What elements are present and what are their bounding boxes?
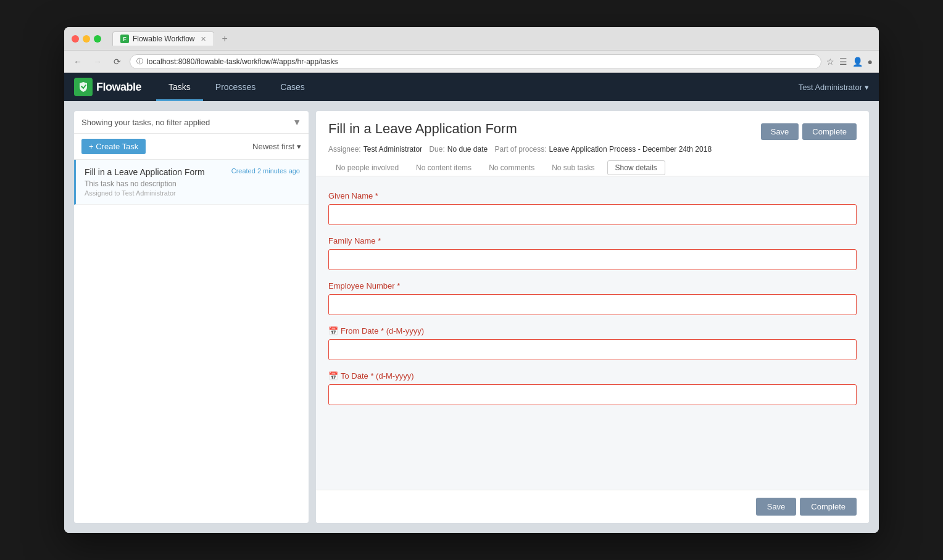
- panel-title: Fill in a Leave Application Form: [328, 121, 517, 137]
- due-value: No due date: [447, 145, 488, 154]
- new-tab-button[interactable]: +: [222, 33, 227, 44]
- family-name-group: Family Name *: [328, 236, 857, 270]
- assignee-value: Test Administrator: [363, 145, 422, 154]
- sort-label: Newest first: [252, 142, 294, 151]
- filter-icon[interactable]: ▼: [293, 117, 301, 127]
- task-title: Fill in a Leave Application Form: [85, 167, 205, 177]
- bookmark-icon[interactable]: ☆: [826, 57, 834, 67]
- form-area: Given Name * Family Name * Employee Numb…: [316, 176, 869, 490]
- process-value: Leave Application Process - December 24t…: [549, 145, 712, 154]
- due-label: Due:: [429, 145, 444, 154]
- from-date-input[interactable]: [328, 339, 857, 360]
- forward-button[interactable]: →: [90, 57, 105, 67]
- nav-label-processes: Processes: [215, 82, 255, 92]
- employee-number-label: Employee Number *: [328, 281, 857, 290]
- nav-user-caret: ▾: [865, 83, 869, 92]
- from-date-group: 📅 From Date * (d-M-yyyy): [328, 326, 857, 360]
- sidebar-filter-bar: Showing your tasks, no filter applied ▼: [74, 111, 309, 134]
- panel-title-row: Fill in a Leave Application Form Save Co…: [328, 121, 857, 140]
- family-name-label: Family Name *: [328, 236, 857, 245]
- task-time: Created 2 minutes ago: [231, 167, 300, 175]
- address-url: localhost:8080/flowable-task/workflow/#/…: [147, 57, 338, 66]
- nav-item-tasks[interactable]: Tasks: [156, 73, 203, 101]
- refresh-button[interactable]: ⟳: [110, 57, 125, 67]
- panel-footer: Save Complete: [316, 490, 869, 523]
- tab-favicon: F: [120, 35, 129, 43]
- panel-actions: Save Complete: [761, 123, 857, 140]
- browser-toolbar: ← → ⟳ ⓘ localhost:8080/flowable-task/wor…: [64, 51, 879, 73]
- sidebar: Showing your tasks, no filter applied ▼ …: [74, 111, 309, 523]
- given-name-label: Given Name *: [328, 191, 857, 200]
- task-assignee: Assigned to Test Administrator: [85, 189, 300, 197]
- tab-close-button[interactable]: ✕: [201, 35, 206, 43]
- nav-logo: Flowable: [74, 78, 141, 96]
- panel-meta: Assignee: Test Administrator Due: No due…: [328, 145, 857, 154]
- app-container: Flowable Tasks Processes Cases Test Admi…: [64, 73, 879, 533]
- process-label: Part of process:: [495, 145, 547, 154]
- tab-label: Flowable Workflow: [133, 35, 194, 43]
- from-date-label: 📅 From Date * (d-M-yyyy): [328, 326, 857, 336]
- maximize-traffic-light[interactable]: [94, 35, 101, 43]
- employee-number-group: Employee Number *: [328, 281, 857, 315]
- nav-user-label: Test Administrator: [799, 83, 862, 92]
- to-date-label: 📅 To Date * (d-M-yyyy): [328, 371, 857, 381]
- tab-content[interactable]: No content items: [409, 160, 479, 176]
- task-description: This task has no description: [85, 179, 300, 188]
- task-list: Fill in a Leave Application Form Created…: [74, 160, 309, 523]
- traffic-lights: [72, 35, 101, 43]
- calendar-icon-from: 📅: [328, 326, 338, 336]
- task-item-header: Fill in a Leave Application Form Created…: [85, 167, 300, 177]
- complete-button[interactable]: Complete: [802, 123, 857, 140]
- family-name-input[interactable]: [328, 249, 857, 270]
- browser-actions: ☆ ☰ 👤 ●: [826, 57, 873, 67]
- sort-caret-icon: ▾: [297, 142, 301, 151]
- main-layout: Showing your tasks, no filter applied ▼ …: [64, 101, 879, 533]
- user-icon[interactable]: 👤: [852, 57, 863, 67]
- footer-save-button[interactable]: Save: [756, 498, 797, 516]
- employee-number-input[interactable]: [328, 294, 857, 315]
- extension-icon[interactable]: ●: [868, 57, 873, 67]
- menu-icon[interactable]: ☰: [839, 57, 847, 67]
- back-button[interactable]: ←: [70, 57, 85, 67]
- task-item[interactable]: Fill in a Leave Application Form Created…: [74, 160, 309, 205]
- browser-tab[interactable]: F Flowable Workflow ✕: [112, 31, 214, 46]
- sort-dropdown[interactable]: Newest first ▾: [252, 142, 301, 151]
- logo-text: Flowable: [96, 81, 141, 94]
- nav-item-cases[interactable]: Cases: [268, 73, 317, 101]
- footer-complete-button[interactable]: Complete: [800, 498, 857, 516]
- create-task-button[interactable]: + Create Task: [81, 139, 146, 154]
- given-name-input[interactable]: [328, 204, 857, 225]
- tab-people[interactable]: No people involved: [328, 160, 406, 176]
- nav-items: Tasks Processes Cases: [156, 73, 799, 101]
- assignee-label: Assignee:: [328, 145, 361, 154]
- minimize-traffic-light[interactable]: [83, 35, 90, 43]
- show-details-button[interactable]: Show details: [607, 160, 665, 175]
- nav-user[interactable]: Test Administrator ▾: [799, 83, 869, 92]
- close-traffic-light[interactable]: [72, 35, 79, 43]
- nav-label-cases: Cases: [280, 82, 305, 92]
- to-date-input[interactable]: [328, 384, 857, 405]
- filter-text: Showing your tasks, no filter applied: [81, 118, 288, 127]
- given-name-group: Given Name *: [328, 191, 857, 225]
- main-panel: Fill in a Leave Application Form Save Co…: [316, 111, 869, 523]
- sidebar-actions: + Create Task Newest first ▾: [74, 134, 309, 160]
- calendar-icon-to: 📅: [328, 371, 338, 381]
- browser-titlebar: F Flowable Workflow ✕ +: [64, 27, 879, 51]
- panel-header: Fill in a Leave Application Form Save Co…: [316, 111, 869, 176]
- address-bar[interactable]: ⓘ localhost:8080/flowable-task/workflow/…: [130, 54, 821, 69]
- top-nav: Flowable Tasks Processes Cases Test Admi…: [64, 73, 879, 101]
- nav-item-processes[interactable]: Processes: [203, 73, 268, 101]
- browser-window: F Flowable Workflow ✕ + ← → ⟳ ⓘ localhos…: [64, 27, 879, 533]
- to-date-group: 📅 To Date * (d-M-yyyy): [328, 371, 857, 405]
- nav-label-tasks: Tasks: [168, 82, 191, 92]
- security-icon: ⓘ: [136, 57, 143, 66]
- logo-icon: [74, 78, 93, 96]
- save-button[interactable]: Save: [761, 123, 799, 140]
- panel-tabs: No people involved No content items No c…: [328, 160, 857, 176]
- tab-comments[interactable]: No comments: [481, 160, 542, 176]
- tab-subtasks[interactable]: No sub tasks: [544, 160, 602, 176]
